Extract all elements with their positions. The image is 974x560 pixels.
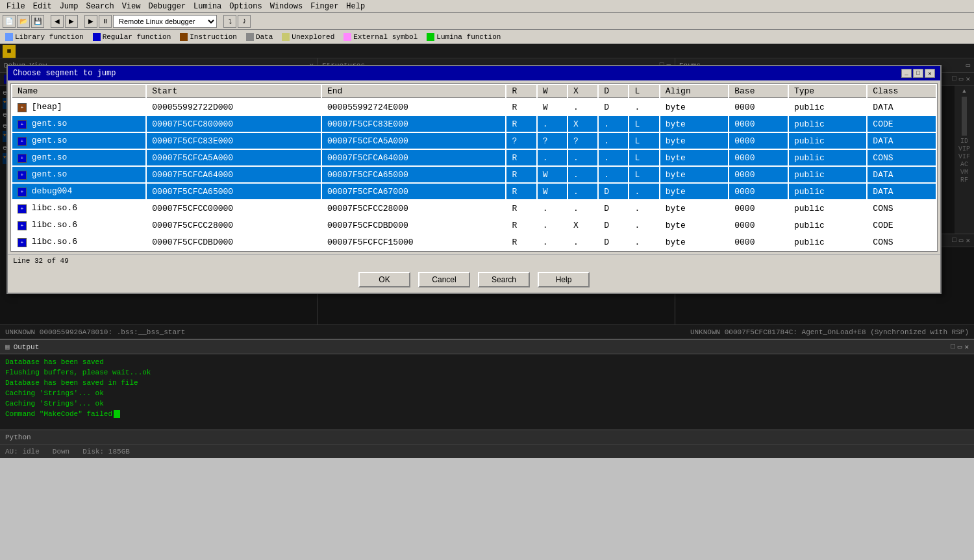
- menu-debugger[interactable]: Debugger: [144, 1, 190, 12]
- seg-l-2: L: [629, 133, 658, 149]
- seg-class_-5: DATA: [868, 184, 936, 199]
- table-row[interactable]: + gent.so00007F5CFCA5A00000007F5CFCA6400…: [12, 150, 936, 165]
- table-row[interactable]: + debug00400007F5CFCA6500000007F5CFCA670…: [12, 184, 936, 199]
- seg-x-5: .: [568, 184, 597, 199]
- status-bar-main: UNKNOWN 0000559926A78010: .bss:__bss_sta…: [0, 324, 974, 339]
- output-line-4: Caching 'Strings'... ok: [5, 398, 969, 409]
- seg-start-6: 00007F5CFCC00000: [147, 201, 321, 216]
- table-row[interactable]: + libc.so.600007F5CFCDBD00000007F5FCFCF1…: [12, 234, 936, 250]
- help-button[interactable]: Help: [538, 272, 590, 287]
- menu-finger[interactable]: Finger: [306, 1, 342, 12]
- table-row[interactable]: + libc.so.600007F5CFCC2800000007F5CFCDBD…: [12, 217, 936, 233]
- col-name: Name: [12, 85, 145, 98]
- table-row[interactable]: + gent.so00007F5CFCA6400000007F5CFCA6500…: [12, 167, 936, 182]
- menu-jump[interactable]: Jump: [56, 1, 82, 12]
- ok-button[interactable]: OK: [358, 272, 410, 287]
- seg-align-6: byte: [660, 201, 729, 216]
- output-close[interactable]: ✕: [964, 343, 969, 351]
- down-status: Down: [53, 448, 69, 456]
- legend-lumina: Lumina function: [427, 33, 501, 41]
- menu-search[interactable]: Search: [82, 1, 118, 12]
- seg-end-6: 00007F5CFCC28000: [322, 201, 505, 216]
- fwd-btn[interactable]: ▶: [65, 15, 78, 28]
- seg-start-0: 000055992722D000: [147, 99, 321, 115]
- run-btn[interactable]: ▶: [84, 15, 97, 28]
- legend-unexplored-color: [282, 33, 290, 41]
- seg-d-2: .: [599, 133, 628, 149]
- seg-w-4: W: [538, 167, 567, 182]
- seg-name-cell-2: + gent.so: [12, 133, 145, 149]
- seg-name-cell-4: + gent.so: [12, 167, 145, 182]
- col-align: Align: [660, 85, 729, 98]
- seg-icon-5: +: [18, 188, 27, 197]
- seg-name-cell-0: + [heap]: [12, 99, 145, 115]
- dialog-titlebar-buttons: _ □ ✕: [901, 69, 935, 78]
- menu-help[interactable]: Help: [342, 1, 369, 12]
- seg-type-2: public: [789, 133, 866, 149]
- output-header: ▦ Output □ ▭ ✕: [0, 340, 974, 354]
- new-btn[interactable]: 📄: [3, 15, 16, 28]
- seg-w-5: W: [538, 184, 567, 199]
- stepover-btn[interactable]: ⤸: [238, 15, 251, 28]
- seg-l-4: L: [629, 167, 658, 182]
- legend-regular: Regular function: [93, 33, 171, 41]
- seg-r-3: R: [506, 150, 536, 165]
- address-icon: ▦: [3, 45, 16, 58]
- seg-start-7: 00007F5CFCC28000: [147, 217, 321, 233]
- menu-file[interactable]: File: [3, 1, 29, 12]
- step-btn[interactable]: ⤵: [223, 15, 236, 28]
- seg-w-3: .: [538, 150, 567, 165]
- dialog-buttons: OK Cancel Search Help: [8, 267, 940, 293]
- legend-external-color: [343, 33, 351, 41]
- modal-overlay: Choose segment to jump _ □ ✕ Name Start …: [0, 58, 974, 324]
- pause-btn[interactable]: ⏸: [99, 15, 112, 28]
- col-type: Type: [789, 85, 866, 98]
- dialog-close[interactable]: ✕: [925, 69, 935, 78]
- seg-base-0: 0000: [729, 99, 788, 115]
- seg-align-7: byte: [660, 217, 729, 233]
- menu-options[interactable]: Options: [225, 1, 266, 12]
- legend-data: Data: [246, 33, 273, 41]
- menu-lumina[interactable]: Lumina: [190, 1, 225, 12]
- output-btn-1[interactable]: □: [951, 343, 955, 351]
- table-row[interactable]: + gent.so00007F5CFC83E00000007F5CFCA5A00…: [12, 133, 936, 149]
- seg-icon-1: +: [18, 120, 27, 129]
- seg-x-6: .: [568, 201, 597, 216]
- legend-unexplored: Unexplored: [282, 33, 334, 41]
- main-area: Debug View ✕ ▦ IDA View-RIP ✕ ent.so:000…: [0, 58, 974, 324]
- seg-end-3: 00007F5CFCA64000: [322, 150, 505, 165]
- seg-class_-6: CONS: [868, 201, 936, 216]
- save-btn[interactable]: 💾: [31, 15, 44, 28]
- output-line-5: Command "MakeCode" failed: [5, 409, 969, 419]
- seg-d-4: .: [599, 167, 628, 182]
- dialog-minimize[interactable]: _: [901, 69, 912, 78]
- seg-type-3: public: [789, 150, 866, 165]
- seg-icon-8: +: [18, 238, 27, 247]
- seg-class_-1: CODE: [868, 116, 936, 132]
- table-row[interactable]: + libc.so.600007F5CFCC0000000007F5CFCC28…: [12, 201, 936, 216]
- open-btn[interactable]: 📂: [17, 15, 30, 28]
- seg-d-6: D: [599, 201, 628, 216]
- menu-view[interactable]: View: [118, 1, 145, 12]
- seg-end-5: 00007F5CFCA67000: [322, 184, 505, 199]
- seg-icon-7: +: [18, 221, 27, 230]
- legend-external: External symbol: [343, 33, 418, 41]
- menu-edit[interactable]: Edit: [29, 1, 56, 12]
- output-btn-2[interactable]: ▭: [958, 343, 962, 351]
- seg-type-5: public: [789, 184, 866, 199]
- debugger-select[interactable]: Remote Linux debugger: [113, 15, 217, 28]
- status-left: UNKNOWN 0000559926A78010: .bss:__bss_sta…: [5, 328, 690, 336]
- seg-type-7: public: [789, 217, 866, 233]
- seg-base-2: 0000: [729, 133, 788, 149]
- table-row[interactable]: + gent.so00007F5CFC80000000007F5CFC83E00…: [12, 116, 936, 132]
- seg-d-7: D: [599, 217, 628, 233]
- seg-align-4: byte: [660, 167, 729, 182]
- cancel-button[interactable]: Cancel: [418, 272, 470, 287]
- dialog-maximize[interactable]: □: [913, 69, 923, 78]
- table-row[interactable]: + [heap]000055992722D000000055992724E000…: [12, 99, 936, 115]
- menu-bar: File Edit Jump Search View Debugger Lumi…: [0, 0, 974, 13]
- search-button[interactable]: Search: [478, 272, 530, 287]
- menu-windows[interactable]: Windows: [266, 1, 306, 12]
- back-btn[interactable]: ◀: [51, 15, 64, 28]
- seg-end-2: 00007F5CFCA5A000: [322, 133, 505, 149]
